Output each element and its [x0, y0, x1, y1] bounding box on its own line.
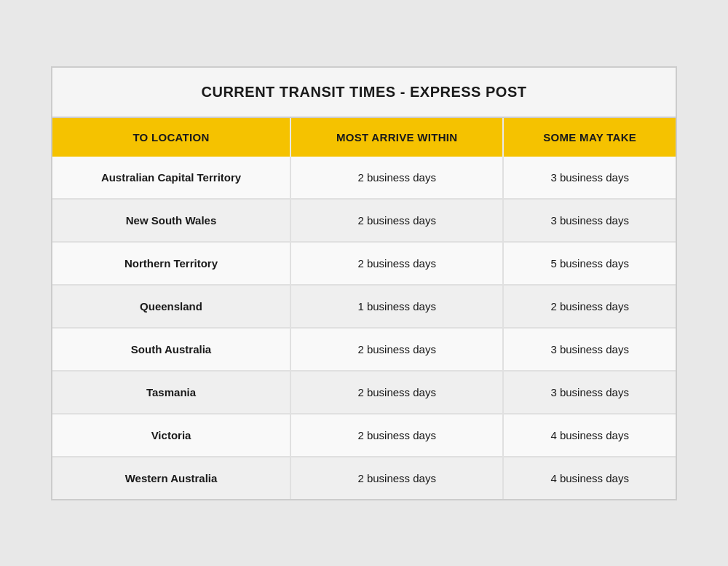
cell-most-arrive: 2 business days: [290, 371, 503, 414]
transit-times-table: CURRENT TRANSIT TIMES - EXPRESS POST TO …: [51, 66, 677, 500]
cell-most-arrive: 2 business days: [290, 199, 503, 242]
header-most-arrive: MOST ARRIVE WITHIN: [290, 118, 503, 157]
cell-some-may-take: 3 business days: [503, 371, 676, 414]
cell-location: Victoria: [52, 414, 290, 457]
cell-most-arrive: 2 business days: [290, 157, 503, 199]
cell-most-arrive: 2 business days: [290, 328, 503, 371]
table-row: Northern Territory2 business days5 busin…: [52, 242, 676, 285]
table-row: New South Wales2 business days3 business…: [52, 199, 676, 242]
cell-location: New South Wales: [52, 199, 290, 242]
cell-location: South Australia: [52, 328, 290, 371]
cell-most-arrive: 2 business days: [290, 242, 503, 285]
cell-some-may-take: 4 business days: [503, 414, 676, 457]
cell-location: Australian Capital Territory: [52, 157, 290, 199]
table-title: CURRENT TRANSIT TIMES - EXPRESS POST: [52, 68, 676, 118]
table-row: Western Australia2 business days4 busine…: [52, 457, 676, 499]
cell-some-may-take: 2 business days: [503, 285, 676, 328]
table-row: Tasmania2 business days3 business days: [52, 371, 676, 414]
table-row: Queensland1 business days2 business days: [52, 285, 676, 328]
cell-location: Northern Territory: [52, 242, 290, 285]
cell-location: Queensland: [52, 285, 290, 328]
table-row: South Australia2 business days3 business…: [52, 328, 676, 371]
table-row: Victoria2 business days4 business days: [52, 414, 676, 457]
cell-most-arrive: 2 business days: [290, 457, 503, 499]
cell-most-arrive: 2 business days: [290, 414, 503, 457]
table-header-row: TO LOCATION MOST ARRIVE WITHIN SOME MAY …: [52, 118, 676, 157]
cell-most-arrive: 1 business days: [290, 285, 503, 328]
cell-location: Western Australia: [52, 457, 290, 499]
cell-location: Tasmania: [52, 371, 290, 414]
header-some-may-take: SOME MAY TAKE: [503, 118, 676, 157]
table-row: Australian Capital Territory2 business d…: [52, 157, 676, 199]
cell-some-may-take: 4 business days: [503, 457, 676, 499]
cell-some-may-take: 5 business days: [503, 242, 676, 285]
cell-some-may-take: 3 business days: [503, 199, 676, 242]
cell-some-may-take: 3 business days: [503, 157, 676, 199]
cell-some-may-take: 3 business days: [503, 328, 676, 371]
header-location: TO LOCATION: [52, 118, 290, 157]
